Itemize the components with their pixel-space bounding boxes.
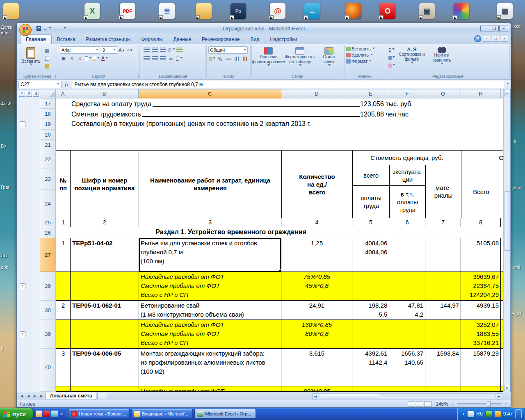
shrink-font-button[interactable]: А▼ xyxy=(126,47,134,54)
tray-shield-icon[interactable] xyxy=(486,411,492,417)
title-bar[interactable]: ← → Ограждение.xlsx - Microsoft Excel – … xyxy=(17,23,511,34)
overhead-row-3-clipped[interactable]: Накладные расходы от ФОТ 90%*0,85 xyxy=(56,386,503,392)
vertical-scroll-thumb[interactable] xyxy=(504,191,510,251)
tab-formulas[interactable]: Формулы xyxy=(136,35,168,44)
number-dialog-launcher[interactable] xyxy=(246,75,249,78)
column-header[interactable]: B xyxy=(70,89,139,98)
language-indicator[interactable]: RU xyxy=(476,411,483,417)
format-painter-button[interactable] xyxy=(43,63,51,70)
comma-style-button[interactable]: 000 xyxy=(225,55,232,62)
row-header[interactable]: 40 xyxy=(40,349,56,386)
word-doc-shortcut-icon[interactable]: ≣ xyxy=(159,3,175,19)
row-header[interactable]: 30 xyxy=(40,301,56,320)
quicklaunch-opera-icon[interactable] xyxy=(43,411,50,417)
row-header[interactable]: 29 xyxy=(40,272,56,301)
doc-close-button[interactable]: × xyxy=(501,36,508,42)
row-header[interactable]: 21 xyxy=(40,140,56,150)
sheet-tab-active[interactable]: Локальная смета xyxy=(46,393,96,400)
format-cells-button[interactable]: Формат xyxy=(346,59,383,64)
insert-cells-button[interactable]: Вставить xyxy=(346,46,383,51)
horizontal-scroll-track[interactable] xyxy=(319,393,495,399)
increase-decimal-button[interactable] xyxy=(233,55,240,62)
format-as-table-button[interactable]: Форматировать как таблицу xyxy=(284,46,315,68)
row-header[interactable]: 25 xyxy=(40,218,56,227)
fill-handle[interactable] xyxy=(279,269,281,272)
underline-button[interactable]: Ч xyxy=(76,55,84,62)
fill-color-button[interactable] xyxy=(93,55,100,62)
row-header[interactable]: 18 xyxy=(40,109,56,119)
desktop-item-label[interactable]: .xml xyxy=(512,265,520,269)
desktop-item-label[interactable]: .xlsx xyxy=(512,185,521,190)
row-19[interactable]: Составлен(а) в текущих (прогнозных) цена… xyxy=(56,119,503,130)
zoom-slider-thumb[interactable] xyxy=(487,401,491,406)
row-18[interactable]: Сметная трудоемкость 1205,88 чел.час xyxy=(56,109,503,119)
merge-center-button[interactable] xyxy=(176,55,183,62)
wrap-text-button[interactable] xyxy=(176,46,183,53)
fx-icon[interactable]: fx xyxy=(63,81,70,88)
align-middle-button[interactable] xyxy=(151,46,158,53)
delete-cells-button[interactable]: Удалить xyxy=(346,52,383,57)
border-button[interactable] xyxy=(84,55,92,62)
photoshop-shortcut-icon[interactable]: Ps xyxy=(231,3,246,19)
doc-minimize-button[interactable]: – xyxy=(483,36,490,42)
tab-view[interactable]: Вид xyxy=(245,35,265,44)
row-header[interactable]: 23 xyxy=(40,169,56,189)
normal-view-button[interactable] xyxy=(408,401,415,407)
row-header-selected[interactable]: 27 xyxy=(40,238,56,272)
desktop-item-label[interactable]: .xsd xyxy=(512,24,520,29)
desktop-item-label[interactable]: е xyxy=(514,139,516,144)
task-button-excel[interactable]: Microsoft Excel - Огр... xyxy=(194,409,256,419)
column-header[interactable]: A xyxy=(56,89,70,98)
column-header[interactable]: H xyxy=(461,89,501,98)
hidden-icons-chevron[interactable]: ‹ xyxy=(462,411,465,417)
find-select-button[interactable]: Найти и выделить xyxy=(428,46,455,69)
sort-filter-button[interactable]: А↓Я Сортировка и фильтр xyxy=(397,46,427,69)
formula-bar-expand-button[interactable] xyxy=(507,83,509,86)
font-size-select[interactable]: 9 xyxy=(101,46,117,54)
align-bottom-button[interactable] xyxy=(159,46,167,53)
row-header[interactable] xyxy=(40,386,56,392)
quicklaunch-browser-icon[interactable] xyxy=(36,411,42,417)
align-top-button[interactable] xyxy=(143,46,150,53)
decrease-decimal-button[interactable] xyxy=(241,55,249,62)
formula-input[interactable]: Рытье ям для установки стоек и столбов г… xyxy=(72,81,504,88)
italic-button[interactable]: К xyxy=(68,55,75,62)
office-button[interactable] xyxy=(19,24,32,36)
cut-button[interactable] xyxy=(43,47,51,54)
column-header[interactable]: G xyxy=(425,89,461,98)
scroll-down-button[interactable]: ▼ xyxy=(504,385,510,391)
outline-level-3-button[interactable]: 3 xyxy=(33,91,39,97)
tab-addins[interactable]: Надстройки xyxy=(265,35,302,44)
paste-button[interactable]: Вставить xyxy=(20,46,42,70)
overhead-row-2[interactable]: Накладные расходы от ФОТСметная прибыль … xyxy=(56,320,503,349)
row-header[interactable]: 17 xyxy=(40,98,56,109)
desktop-item-label[interactable]: инст xyxy=(1,30,10,35)
cell-styles-button[interactable]: Стили ячеек xyxy=(317,46,341,68)
next-sheet-button[interactable]: ▶ xyxy=(32,393,38,399)
task-button-forum[interactable]: Новая тема - Вопрос... xyxy=(68,409,130,419)
row-header[interactable]: 39 xyxy=(40,320,56,349)
scroll-up-button[interactable]: ▲ xyxy=(504,90,510,96)
tray-update-icon[interactable] xyxy=(495,411,501,417)
row-header[interactable]: 26 xyxy=(40,227,56,238)
row-21[interactable] xyxy=(56,140,503,150)
copy-button[interactable] xyxy=(43,55,51,62)
align-left-button[interactable] xyxy=(143,55,150,62)
pdf-shortcut-icon[interactable]: PDF xyxy=(120,3,135,19)
insert-worksheet-button[interactable] xyxy=(97,393,107,399)
folder-shortcut-icon[interactable] xyxy=(3,3,19,19)
minimize-button[interactable]: – xyxy=(480,25,489,32)
font-name-select[interactable]: Arial xyxy=(60,46,100,54)
clear-button[interactable] xyxy=(388,62,395,69)
autosum-button[interactable]: Σ xyxy=(388,46,395,53)
prev-sheet-button[interactable]: ◀ xyxy=(25,393,32,399)
help-button[interactable]: ? xyxy=(474,35,481,42)
quicklaunch-overflow-chevron[interactable]: » xyxy=(59,411,64,417)
column-header-selected[interactable]: C xyxy=(139,89,281,98)
firefox-shortcut-icon[interactable] xyxy=(345,3,361,19)
tab-review[interactable]: Рецензирование xyxy=(196,35,245,44)
table-header[interactable]: №пп Шифр и номер позиции норматива Наиме… xyxy=(56,151,503,218)
doc-restore-button[interactable]: ❐ xyxy=(492,36,499,42)
horizontal-scroll-thumb[interactable] xyxy=(321,394,378,399)
tray-app-icon[interactable] xyxy=(468,411,474,417)
